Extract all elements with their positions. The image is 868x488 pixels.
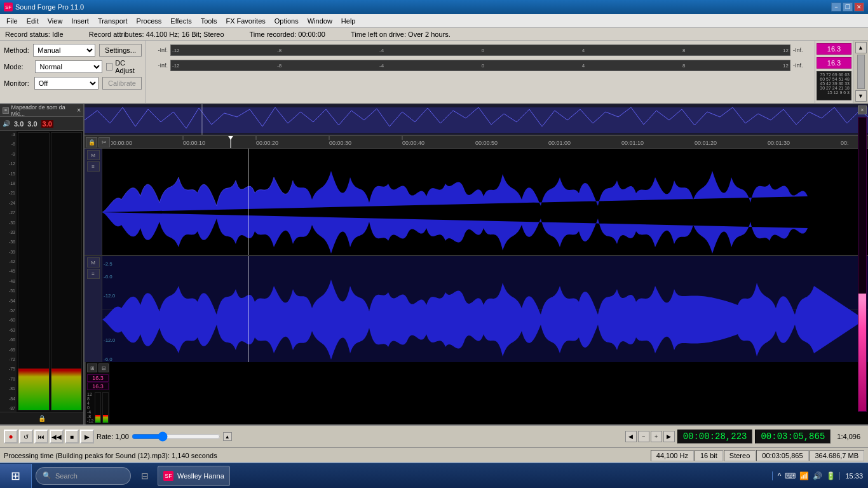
right-vu-bottom-value: 16.3	[817, 57, 851, 69]
svg-text:00:00:00: 00:00:00	[110, 140, 132, 146]
menu-effects[interactable]: Effects	[166, 15, 195, 27]
minimize-button[interactable]: −	[831, 3, 841, 11]
menu-insert[interactable]: Insert	[67, 15, 93, 27]
windows-icon: ⊞	[11, 469, 20, 483]
zoom-in-btn[interactable]: +	[651, 431, 662, 442]
systray-network-icon[interactable]: 📶	[799, 471, 809, 480]
task-view-button[interactable]: ⊟	[135, 466, 155, 486]
track-1: M ≡ -2.5 -6.0 -12.0 -Inf. -12.0 -6.0 -2.…	[85, 149, 868, 256]
mapeador-header: ≡ Mapeador de som da Mic... ×	[0, 104, 83, 117]
right-bar-1-fill	[95, 415, 100, 423]
svg-text:00:00:50: 00:00:50	[475, 140, 498, 146]
restore-button[interactable]: ❐	[843, 3, 853, 11]
track-1-mute[interactable]: M	[87, 150, 100, 160]
right-peak-top: 16.3	[87, 374, 109, 382]
record-button[interactable]: ●	[4, 430, 18, 444]
track-2-mute[interactable]: M	[87, 257, 100, 268]
systray-volume-icon[interactable]: 🔊	[813, 471, 822, 480]
menu-view[interactable]: View	[44, 15, 67, 27]
title-bar-controls[interactable]: − ❐ ✕	[831, 3, 864, 11]
scroll-left-btn[interactable]: ◀	[625, 431, 637, 442]
svg-text:-2.5: -2.5	[104, 261, 112, 267]
scissors-button[interactable]: ✂	[98, 137, 110, 147]
right-meter-controls: ⊞ ⊟	[87, 363, 109, 372]
taskbar-apps: SF Weslley Hanna	[155, 463, 772, 488]
menu-edit[interactable]: Edit	[23, 15, 43, 27]
waveform-editor: × 🔒 ✂ 00:00:00 00:00:10 00:00:20 00:00:3…	[85, 104, 868, 424]
rewind-start-button[interactable]: ⏮	[34, 430, 48, 444]
record-status-text: Record status: Idle	[5, 30, 64, 38]
vu-scroll-up[interactable]: ▲	[855, 42, 867, 53]
menu-options[interactable]: Options	[271, 15, 302, 27]
main-waveform-area: ≡ Mapeador de som da Mic... × 🔊 3.0 3.0 …	[0, 104, 868, 424]
taskbar-soundforge-app[interactable]: SF Weslley Hanna	[158, 466, 230, 486]
menu-process[interactable]: Process	[133, 15, 166, 27]
taskbar-search[interactable]: 🔍 Search	[36, 467, 131, 485]
dc-adjust-checkbox[interactable]	[106, 63, 113, 71]
start-button[interactable]: ⊞	[0, 464, 32, 488]
track-2-more[interactable]: ≡	[87, 269, 100, 279]
right-peak-bottom: 16.3	[87, 383, 109, 390]
track-1-waveform[interactable]: -2.5 -6.0 -12.0 -Inf. -12.0 -6.0 -2.5	[102, 149, 868, 255]
vu-bar-top: -12 -8 -4 0 4 8 12	[170, 44, 790, 56]
svg-text:00:01:10: 00:01:10	[621, 140, 644, 146]
right-meter-ctrl-2[interactable]: ⊟	[98, 363, 109, 372]
dc-adjust-row: DC Adjust	[106, 59, 142, 74]
mapeador-level-ch1: 3.0	[14, 120, 24, 128]
title-bar: SF Sound Forge Pro 11.0 − ❐ ✕	[0, 0, 868, 14]
vu-scroll-down[interactable]: ▼	[855, 90, 867, 102]
duration-display: 00:03:05,865	[755, 430, 831, 444]
right-scale-label: 75 72 69 66 63 60 57 54 51 48 45 42 39 3…	[817, 72, 851, 95]
mode-select[interactable]: Normal	[35, 60, 102, 73]
track-1-more[interactable]: ≡	[87, 161, 100, 172]
track-2-waveform[interactable]: -2.5 -6.0 -12.0 -Inf. -12.0 -6.0 -2.5	[102, 256, 868, 362]
status-channels: Stereo	[724, 450, 756, 461]
zoom-out-btn[interactable]: −	[638, 431, 649, 442]
time-left-text: Time left on drive: Over 2 hours.	[351, 30, 451, 38]
right-bar-2-fill	[103, 415, 108, 423]
taskbar-systray: ^ ⌨ 📶 🔊 🔋 15:33	[772, 471, 868, 480]
calibrate-button[interactable]: Calibrate	[102, 77, 142, 90]
mapeador-level-display: 🔊 3.0 3.0 3.0	[0, 117, 83, 131]
loop-button[interactable]: ↺	[19, 430, 33, 444]
play-button[interactable]: ▶	[80, 430, 94, 444]
time-recorded-text: Time recorded: 00:00:00	[250, 30, 325, 38]
right-meter-ctrl-1[interactable]: ⊞	[87, 363, 97, 372]
mapeador-bars	[17, 131, 83, 412]
timeline-ruler[interactable]: 🔒 ✂ 00:00:00 00:00:10 00:00:20 00:00:30 …	[85, 136, 868, 149]
systray-keyboard-icon[interactable]: ⌨	[785, 471, 796, 480]
mapeador-close[interactable]: ×	[77, 107, 81, 114]
rate-slider[interactable]	[132, 432, 220, 441]
mapeador-level-hot: 3.0	[41, 120, 53, 128]
mapeador-bottom: 🔒	[0, 412, 83, 424]
close-button[interactable]: ✕	[854, 3, 864, 11]
monitor-select[interactable]: Off	[34, 77, 98, 90]
systray-up-arrow[interactable]: ^	[778, 471, 782, 480]
lock-button[interactable]: 🔒	[86, 137, 97, 147]
menu-file[interactable]: File	[3, 15, 22, 27]
stop-button[interactable]: ■	[65, 430, 79, 444]
waveform-overview[interactable]: ×	[85, 104, 868, 136]
clock-area[interactable]: 15:33	[839, 472, 863, 480]
waveform-close-btn[interactable]: ×	[858, 105, 867, 114]
menu-window[interactable]: Window	[304, 15, 336, 27]
prev-marker-button[interactable]: ◀◀	[50, 430, 64, 444]
timeline-svg: 00:00:00 00:00:10 00:00:20 00:00:30 00:0…	[85, 136, 868, 149]
right-meter-bars: 12 8 4 0 -4 -8 -12	[87, 392, 109, 423]
menu-help[interactable]: Help	[337, 15, 360, 27]
menu-tools[interactable]: Tools	[197, 15, 221, 27]
vu-bottom-row: -Inf. -12 -8 -4 0 4 8 12 -Inf.	[149, 58, 812, 72]
mapeador-grip[interactable]: ≡	[3, 107, 9, 114]
systray-battery-icon[interactable]: 🔋	[826, 471, 836, 480]
method-select[interactable]: Manual	[33, 44, 95, 57]
mapeador-title-text: Mapeador de som da Mic...	[11, 104, 78, 117]
mapeador-vol-icon: 🔊	[3, 120, 10, 127]
scroll-right-btn[interactable]: ▶	[663, 431, 675, 442]
current-time-display: 00:00:28,223	[677, 430, 753, 444]
menu-transport[interactable]: Transport	[94, 15, 132, 27]
menu-fx-favorites[interactable]: FX Favorites	[222, 15, 269, 27]
svg-text:00:00:10: 00:00:10	[183, 140, 205, 146]
vu-neg-inf-label2: -Inf.	[149, 62, 168, 69]
settings-button[interactable]: Settings...	[99, 44, 142, 57]
rate-control: Rate: 1,00 ▲	[97, 432, 232, 441]
